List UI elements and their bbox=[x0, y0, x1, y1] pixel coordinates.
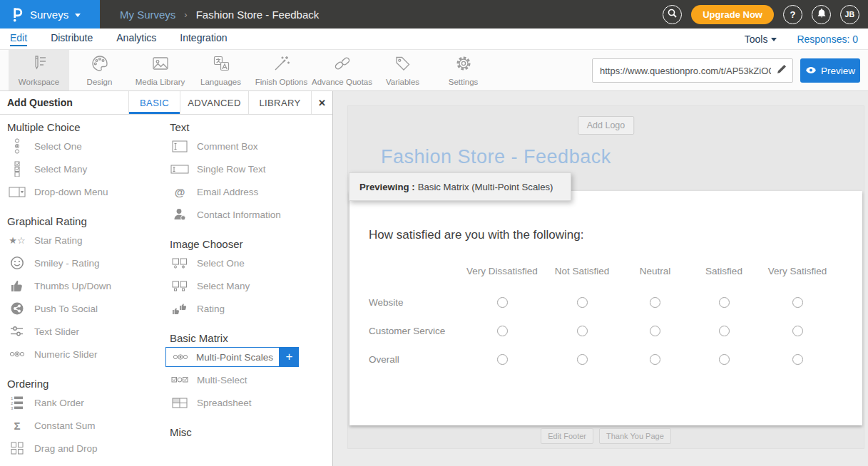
question-type-drag-and-drop[interactable]: Drag and Drop bbox=[7, 437, 170, 460]
radio-button[interactable] bbox=[650, 354, 660, 365]
question-type-single-row-text[interactable]: Single Row Text bbox=[170, 157, 332, 180]
toolbar-label: Media Library bbox=[136, 78, 185, 86]
svg-text:1: 1 bbox=[11, 396, 14, 400]
radio-button[interactable] bbox=[577, 297, 588, 308]
radio-button[interactable] bbox=[577, 326, 588, 336]
question-type-comment-box[interactable]: Comment Box bbox=[170, 135, 332, 157]
add-question-panel: Add Question BASIC ADVANCED LIBRARY ✕ Mu… bbox=[0, 91, 333, 466]
surveys-menu[interactable]: Surveys bbox=[0, 0, 100, 29]
section-title: Ordering bbox=[7, 377, 170, 391]
toolbar-item-media-library[interactable]: Media Library bbox=[130, 50, 190, 90]
radio-button[interactable] bbox=[497, 326, 508, 336]
tab-advanced[interactable]: ADVANCED bbox=[180, 91, 248, 114]
add-question-type-button[interactable]: + bbox=[280, 347, 299, 367]
question-type-text-slider[interactable]: Text Slider bbox=[7, 320, 170, 343]
breadcrumb: My Surveys › Fashion Store - Feedback bbox=[120, 9, 319, 21]
question-type-select-one[interactable]: Select One bbox=[7, 135, 170, 157]
question-type-image-select-many[interactable]: Select Many bbox=[170, 274, 332, 297]
question-type-label: Spreadsheet bbox=[197, 398, 252, 408]
radio-button[interactable] bbox=[719, 297, 730, 308]
add-logo-button[interactable]: Add Logo bbox=[578, 116, 635, 135]
tab-basic[interactable]: BASIC bbox=[128, 91, 180, 114]
question-type-constant-sum[interactable]: Σ Constant Sum bbox=[7, 414, 170, 437]
toolbar-item-languages[interactable]: Languages bbox=[190, 50, 251, 90]
section-title: Text bbox=[170, 120, 332, 135]
share-icon bbox=[7, 302, 27, 315]
notifications-button[interactable] bbox=[812, 5, 831, 24]
search-button[interactable] bbox=[663, 5, 682, 24]
tag-icon bbox=[394, 54, 412, 76]
question-type-thumbs-up-down[interactable]: Thumbs Up/Down bbox=[7, 274, 170, 297]
question-type-dropdown-menu[interactable]: Drop-down Menu bbox=[7, 180, 170, 203]
responses-count[interactable]: Responses: 0 bbox=[797, 33, 858, 45]
multi-select-icon bbox=[170, 376, 190, 383]
question-type-select-many[interactable]: Select Many bbox=[7, 157, 170, 180]
section-title: Graphical Rating bbox=[7, 214, 170, 229]
toolbar-item-settings[interactable]: Settings bbox=[433, 50, 494, 90]
question-type-contact-information[interactable]: Contact Information bbox=[170, 203, 332, 226]
close-panel-button[interactable]: ✕ bbox=[311, 91, 332, 114]
breadcrumb-current-survey: Fashion Store - Feedback bbox=[196, 9, 320, 21]
question-type-multi-select[interactable]: Multi-Select bbox=[170, 368, 332, 391]
radio-button[interactable] bbox=[650, 297, 660, 308]
survey-title[interactable]: Fashion Store - Feedback bbox=[381, 146, 611, 168]
preview-button[interactable]: Preview bbox=[800, 58, 860, 83]
question-type-smiley-rating[interactable]: Smiley - Rating bbox=[7, 252, 170, 274]
radio-button[interactable] bbox=[792, 354, 803, 365]
question-type-label: Comment Box bbox=[197, 141, 258, 152]
question-type-email-address[interactable]: @ Email Address bbox=[170, 180, 332, 203]
radio-button[interactable] bbox=[497, 354, 508, 365]
toolbar-item-workspace[interactable]: Workspace bbox=[9, 50, 69, 90]
tab-library[interactable]: LIBRARY bbox=[248, 91, 311, 114]
tab-integration[interactable]: Integration bbox=[180, 32, 227, 46]
previewing-value: Basic Matrix (Multi-Point Scales) bbox=[418, 182, 553, 192]
help-button[interactable]: ? bbox=[783, 5, 802, 24]
matrix-table: Very Dissatisfied Not Satisfied Neutral … bbox=[369, 264, 862, 373]
question-type-label: Multi-Point Scales bbox=[196, 352, 273, 363]
question-type-image-rating[interactable]: Rating bbox=[170, 297, 332, 320]
tab-analytics[interactable]: Analytics bbox=[116, 32, 156, 46]
multi-point-scales-selected[interactable]: Multi-Point Scales bbox=[165, 347, 280, 367]
toolbar-label: Design bbox=[87, 78, 113, 86]
toolbar-item-variables[interactable]: Variables bbox=[372, 50, 433, 90]
sigma-icon: Σ bbox=[7, 420, 27, 432]
survey-preview-area: Add Logo Fashion Store - Feedback How sa… bbox=[333, 91, 868, 466]
radio-button[interactable] bbox=[719, 354, 730, 365]
preview-label: Preview bbox=[821, 66, 855, 76]
question-type-image-select-one[interactable]: Select One bbox=[170, 252, 332, 274]
survey-url-input[interactable]: https://www.questionpro.com/t/AP53kZiOC bbox=[592, 58, 793, 83]
radio-button[interactable] bbox=[497, 297, 508, 308]
survey-card: Add Logo Fashion Store - Feedback How sa… bbox=[347, 105, 864, 449]
question-type-star-rating[interactable]: ★☆ Star Rating bbox=[7, 229, 170, 252]
edit-url-button[interactable] bbox=[771, 64, 792, 77]
tools-menu[interactable]: Tools bbox=[745, 33, 777, 45]
question-type-rank-order[interactable]: 123 Rank Order bbox=[7, 391, 170, 414]
edit-footer-button[interactable]: Edit Footer bbox=[541, 428, 593, 444]
thank-you-page-button[interactable]: Thank You Page bbox=[599, 428, 671, 444]
survey-navbar: Edit Distribute Analytics Integration To… bbox=[0, 29, 868, 50]
toolbar-item-finish-options[interactable]: Finish Options bbox=[251, 50, 312, 90]
question-type-push-to-social[interactable]: Push To Social bbox=[7, 297, 170, 320]
previewing-label: Previewing : bbox=[359, 182, 415, 192]
toolbar-label: Advance Quotas bbox=[312, 78, 372, 86]
toolbar-label: Workspace bbox=[19, 78, 59, 86]
radio-button[interactable] bbox=[792, 297, 803, 308]
toolbar-item-design[interactable]: Design bbox=[69, 50, 130, 90]
comment-box-icon bbox=[170, 140, 190, 152]
upgrade-now-button[interactable]: Upgrade Now bbox=[691, 5, 774, 24]
toolbar-label: Settings bbox=[449, 78, 479, 86]
breadcrumb-my-surveys[interactable]: My Surveys bbox=[120, 9, 175, 21]
toolbar-label: Variables bbox=[386, 78, 419, 86]
toolbar-item-advance-quotas[interactable]: Advance Quotas bbox=[312, 50, 372, 90]
avatar[interactable]: JB bbox=[840, 5, 859, 24]
question-types-col-1: Multiple Choice Select One Select Many bbox=[7, 115, 170, 466]
question-type-spreadsheet[interactable]: Spreadsheet bbox=[170, 391, 332, 414]
radio-button[interactable] bbox=[719, 326, 730, 336]
question-type-numeric-slider[interactable]: Numeric Slider bbox=[7, 343, 170, 366]
tab-distribute[interactable]: Distribute bbox=[51, 32, 93, 46]
radio-button[interactable] bbox=[650, 326, 660, 336]
tab-edit[interactable]: Edit bbox=[10, 32, 27, 46]
radio-button[interactable] bbox=[577, 354, 588, 365]
radio-button[interactable] bbox=[792, 326, 803, 336]
matrix-row-label: Website bbox=[369, 297, 461, 308]
